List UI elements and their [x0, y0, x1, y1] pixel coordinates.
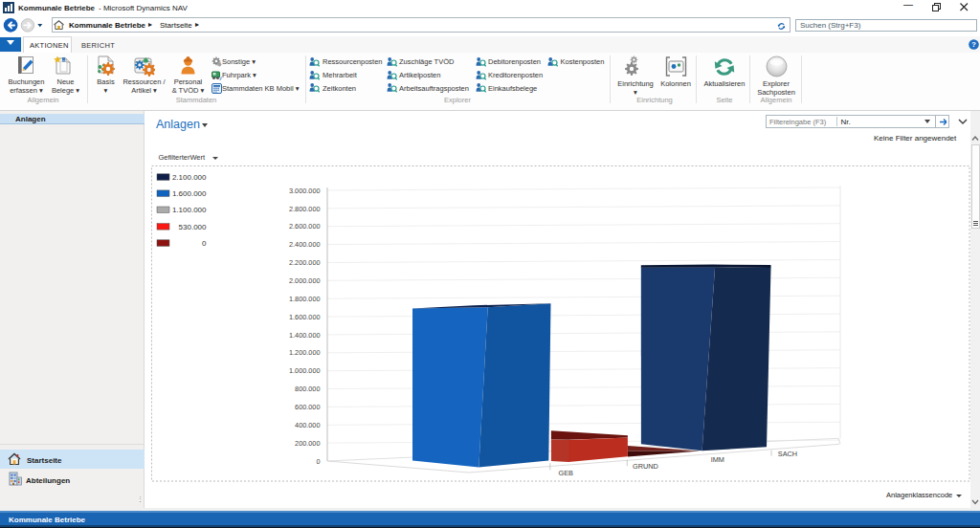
svg-text:SACH: SACH	[778, 450, 797, 458]
svg-text:1.000.000: 1.000.000	[289, 366, 320, 375]
svg-text:400.000: 400.000	[295, 421, 320, 429]
svg-text:IMM: IMM	[711, 455, 724, 464]
svg-text:1.600.000: 1.600.000	[289, 313, 320, 321]
svg-text:530.000: 530.000	[179, 223, 207, 231]
svg-text:200.000: 200.000	[295, 439, 320, 448]
svg-text:1.400.000: 1.400.000	[289, 331, 320, 340]
svg-text:1.100.000: 1.100.000	[172, 206, 207, 214]
svg-text:1.600.000: 1.600.000	[172, 189, 207, 198]
svg-text:1.200.000: 1.200.000	[289, 348, 320, 357]
svg-text:600.000: 600.000	[295, 403, 320, 411]
svg-text:2.200.000: 2.200.000	[289, 258, 320, 267]
svg-text:GEB: GEB	[558, 469, 573, 477]
svg-text:0: 0	[316, 457, 320, 466]
svg-text:?: ?	[971, 40, 976, 49]
svg-text:1.800.000: 1.800.000	[289, 295, 320, 303]
svg-text:800.000: 800.000	[295, 385, 320, 393]
svg-text:2.000.000: 2.000.000	[289, 276, 320, 285]
svg-text:2.400.000: 2.400.000	[289, 240, 320, 249]
svg-text:0: 0	[202, 239, 207, 248]
svg-text:2.800.000: 2.800.000	[289, 205, 320, 213]
svg-text:3.000.000: 3.000.000	[289, 187, 320, 195]
svg-text:2.600.000: 2.600.000	[289, 222, 320, 231]
svg-text:GRUND: GRUND	[633, 462, 658, 471]
svg-text:2.100.000: 2.100.000	[172, 173, 207, 182]
